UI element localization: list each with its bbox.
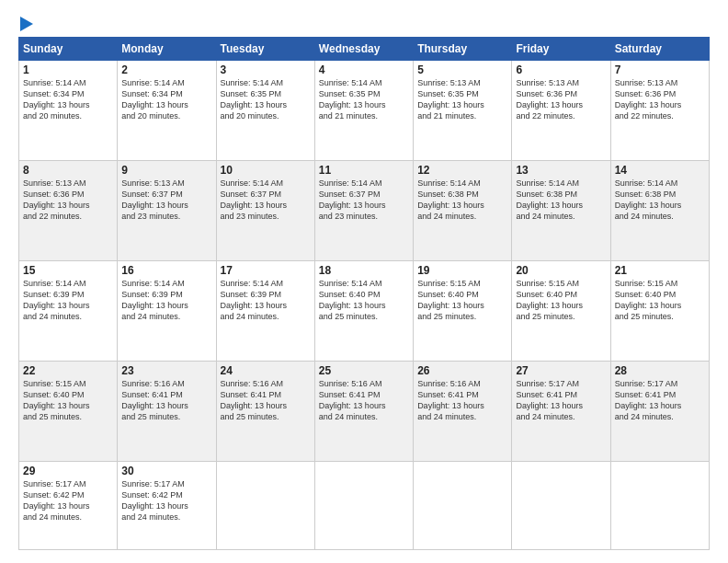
day-info: Sunrise: 5:14 AM Sunset: 6:35 PM Dayligh… — [319, 77, 409, 122]
calendar-day-cell: 2Sunrise: 5:14 AM Sunset: 6:34 PM Daylig… — [118, 61, 216, 161]
page: SundayMondayTuesdayWednesdayThursdayFrid… — [0, 0, 728, 563]
calendar-day-cell: 23Sunrise: 5:16 AM Sunset: 6:41 PM Dayli… — [118, 361, 216, 461]
calendar-day-cell: 25Sunrise: 5:16 AM Sunset: 6:41 PM Dayli… — [314, 361, 413, 461]
day-number: 23 — [121, 364, 211, 377]
calendar-day-cell: 7Sunrise: 5:13 AM Sunset: 6:36 PM Daylig… — [610, 61, 709, 161]
calendar-day-cell: 14Sunrise: 5:14 AM Sunset: 6:38 PM Dayli… — [610, 160, 709, 260]
calendar-day-cell: 5Sunrise: 5:13 AM Sunset: 6:35 PM Daylig… — [414, 61, 512, 161]
calendar-day-cell: 11Sunrise: 5:14 AM Sunset: 6:37 PM Dayli… — [314, 160, 413, 260]
calendar-day-cell: 13Sunrise: 5:14 AM Sunset: 6:38 PM Dayli… — [512, 160, 610, 260]
calendar-day-cell — [610, 461, 709, 549]
day-number: 15 — [23, 264, 113, 277]
calendar-day-cell — [512, 461, 610, 549]
weekday-header-tuesday: Tuesday — [216, 38, 314, 61]
weekday-header-wednesday: Wednesday — [314, 38, 413, 61]
calendar-week-row: 22Sunrise: 5:15 AM Sunset: 6:40 PM Dayli… — [19, 361, 710, 461]
day-info: Sunrise: 5:16 AM Sunset: 6:41 PM Dayligh… — [319, 378, 409, 423]
calendar: SundayMondayTuesdayWednesdayThursdayFrid… — [18, 37, 710, 550]
calendar-day-cell: 27Sunrise: 5:17 AM Sunset: 6:41 PM Dayli… — [512, 361, 610, 461]
calendar-day-cell: 30Sunrise: 5:17 AM Sunset: 6:42 PM Dayli… — [118, 461, 216, 549]
day-number: 10 — [221, 164, 311, 177]
weekday-header-sunday: Sunday — [19, 38, 118, 61]
day-number: 1 — [23, 63, 113, 76]
day-number: 4 — [319, 63, 409, 76]
calendar-day-cell: 28Sunrise: 5:17 AM Sunset: 6:41 PM Dayli… — [610, 361, 709, 461]
calendar-day-cell: 15Sunrise: 5:14 AM Sunset: 6:39 PM Dayli… — [19, 260, 118, 361]
day-info: Sunrise: 5:17 AM Sunset: 6:42 PM Dayligh… — [121, 478, 211, 523]
day-info: Sunrise: 5:16 AM Sunset: 6:41 PM Dayligh… — [221, 378, 311, 423]
logo-text — [18, 17, 33, 31]
calendar-day-cell: 1Sunrise: 5:14 AM Sunset: 6:34 PM Daylig… — [19, 61, 118, 161]
calendar-day-cell — [216, 461, 314, 549]
day-info: Sunrise: 5:14 AM Sunset: 6:39 PM Dayligh… — [23, 278, 113, 323]
calendar-day-cell: 22Sunrise: 5:15 AM Sunset: 6:40 PM Dayli… — [19, 361, 118, 461]
calendar-day-cell: 24Sunrise: 5:16 AM Sunset: 6:41 PM Dayli… — [216, 361, 314, 461]
weekday-header-saturday: Saturday — [610, 38, 709, 61]
day-info: Sunrise: 5:14 AM Sunset: 6:38 PM Dayligh… — [417, 178, 507, 223]
calendar-day-cell: 18Sunrise: 5:14 AM Sunset: 6:40 PM Dayli… — [314, 260, 413, 361]
calendar-body: 1Sunrise: 5:14 AM Sunset: 6:34 PM Daylig… — [19, 61, 710, 550]
day-info: Sunrise: 5:14 AM Sunset: 6:40 PM Dayligh… — [319, 278, 409, 323]
day-number: 7 — [615, 63, 705, 76]
day-info: Sunrise: 5:14 AM Sunset: 6:39 PM Dayligh… — [121, 278, 211, 323]
day-info: Sunrise: 5:15 AM Sunset: 6:40 PM Dayligh… — [417, 278, 507, 323]
day-number: 18 — [319, 264, 409, 277]
day-info: Sunrise: 5:13 AM Sunset: 6:36 PM Dayligh… — [615, 77, 705, 122]
day-number: 30 — [121, 465, 211, 477]
calendar-day-cell: 9Sunrise: 5:13 AM Sunset: 6:37 PM Daylig… — [118, 160, 216, 260]
day-info: Sunrise: 5:13 AM Sunset: 6:37 PM Dayligh… — [121, 178, 211, 223]
day-number: 25 — [319, 364, 409, 377]
day-info: Sunrise: 5:15 AM Sunset: 6:40 PM Dayligh… — [615, 278, 705, 323]
day-number: 19 — [417, 264, 507, 277]
day-info: Sunrise: 5:17 AM Sunset: 6:42 PM Dayligh… — [23, 478, 113, 523]
day-info: Sunrise: 5:17 AM Sunset: 6:41 PM Dayligh… — [615, 378, 705, 423]
day-number: 5 — [417, 63, 507, 76]
logo-arrow-icon — [20, 17, 33, 31]
day-number: 26 — [417, 364, 507, 377]
day-number: 6 — [516, 63, 606, 76]
day-number: 3 — [221, 63, 311, 76]
calendar-day-cell: 3Sunrise: 5:14 AM Sunset: 6:35 PM Daylig… — [216, 61, 314, 161]
day-number: 27 — [516, 364, 606, 377]
day-info: Sunrise: 5:15 AM Sunset: 6:40 PM Dayligh… — [23, 378, 113, 423]
calendar-day-cell: 21Sunrise: 5:15 AM Sunset: 6:40 PM Dayli… — [610, 260, 709, 361]
calendar-day-cell: 10Sunrise: 5:14 AM Sunset: 6:37 PM Dayli… — [216, 160, 314, 260]
day-number: 8 — [23, 164, 113, 177]
calendar-week-row: 1Sunrise: 5:14 AM Sunset: 6:34 PM Daylig… — [19, 61, 710, 161]
calendar-day-cell: 17Sunrise: 5:14 AM Sunset: 6:39 PM Dayli… — [216, 260, 314, 361]
day-info: Sunrise: 5:14 AM Sunset: 6:37 PM Dayligh… — [319, 178, 409, 223]
day-info: Sunrise: 5:14 AM Sunset: 6:38 PM Dayligh… — [516, 178, 606, 223]
day-number: 11 — [319, 164, 409, 177]
day-info: Sunrise: 5:13 AM Sunset: 6:36 PM Dayligh… — [516, 77, 606, 122]
day-info: Sunrise: 5:14 AM Sunset: 6:35 PM Dayligh… — [221, 77, 311, 122]
weekday-header-thursday: Thursday — [414, 38, 512, 61]
day-info: Sunrise: 5:14 AM Sunset: 6:39 PM Dayligh… — [221, 278, 311, 323]
calendar-week-row: 8Sunrise: 5:13 AM Sunset: 6:36 PM Daylig… — [19, 160, 710, 260]
day-number: 9 — [121, 164, 211, 177]
day-number: 22 — [23, 364, 113, 377]
day-info: Sunrise: 5:14 AM Sunset: 6:34 PM Dayligh… — [23, 77, 113, 122]
day-info: Sunrise: 5:14 AM Sunset: 6:34 PM Dayligh… — [121, 77, 211, 122]
header — [18, 17, 710, 28]
calendar-day-cell: 20Sunrise: 5:15 AM Sunset: 6:40 PM Dayli… — [512, 260, 610, 361]
day-number: 20 — [516, 264, 606, 277]
calendar-day-cell: 16Sunrise: 5:14 AM Sunset: 6:39 PM Dayli… — [118, 260, 216, 361]
calendar-day-cell: 12Sunrise: 5:14 AM Sunset: 6:38 PM Dayli… — [414, 160, 512, 260]
day-number: 24 — [221, 364, 311, 377]
day-info: Sunrise: 5:16 AM Sunset: 6:41 PM Dayligh… — [417, 378, 507, 423]
day-number: 17 — [221, 264, 311, 277]
calendar-day-cell: 26Sunrise: 5:16 AM Sunset: 6:41 PM Dayli… — [414, 361, 512, 461]
logo — [18, 17, 33, 28]
day-number: 14 — [615, 164, 705, 177]
weekday-header-monday: Monday — [118, 38, 216, 61]
day-number: 28 — [615, 364, 705, 377]
day-number: 29 — [23, 465, 113, 477]
calendar-day-cell: 8Sunrise: 5:13 AM Sunset: 6:36 PM Daylig… — [19, 160, 118, 260]
calendar-day-cell — [414, 461, 512, 549]
day-info: Sunrise: 5:16 AM Sunset: 6:41 PM Dayligh… — [121, 378, 211, 423]
day-info: Sunrise: 5:15 AM Sunset: 6:40 PM Dayligh… — [516, 278, 606, 323]
day-number: 2 — [121, 63, 211, 76]
day-info: Sunrise: 5:14 AM Sunset: 6:38 PM Dayligh… — [615, 178, 705, 223]
day-info: Sunrise: 5:13 AM Sunset: 6:36 PM Dayligh… — [23, 178, 113, 223]
day-info: Sunrise: 5:13 AM Sunset: 6:35 PM Dayligh… — [417, 77, 507, 122]
